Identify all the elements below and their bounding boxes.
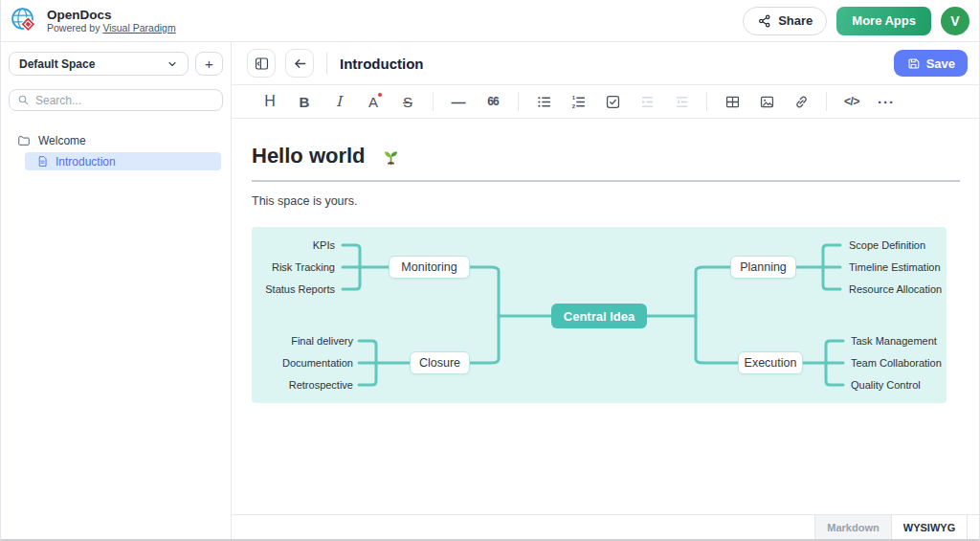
save-button[interactable]: Save	[894, 50, 968, 77]
outdent-icon	[674, 94, 690, 110]
mindmap-leaf: Scope Definition	[849, 237, 925, 253]
document-icon	[36, 155, 49, 168]
panel-left-icon	[254, 56, 270, 72]
add-space-button[interactable]: +	[195, 52, 223, 76]
toolbar-separator	[706, 92, 707, 111]
main-panel: Introduction Save H B I A S —	[232, 42, 979, 539]
outdent-button[interactable]	[669, 90, 694, 113]
titlebar-divider	[326, 53, 327, 74]
mindmap-diagram: KPIs Risk Tracking Status Reports Final …	[252, 227, 947, 403]
page-tree: Welcome Introduction	[9, 130, 223, 170]
visual-paradigm-link[interactable]: Visual Paradigm	[102, 22, 175, 34]
folder-icon	[17, 134, 31, 147]
image-icon	[759, 94, 775, 110]
toolbar-separator	[518, 92, 519, 111]
indent-icon	[639, 94, 656, 110]
formatting-toolbar: H B I A S — 66 1 2	[232, 85, 979, 119]
save-icon	[906, 56, 921, 71]
blockquote-button[interactable]: 66	[480, 90, 505, 113]
document-title: Introduction	[340, 56, 423, 72]
visual-paradigm-logo-icon	[11, 7, 39, 35]
search-icon	[17, 94, 30, 106]
mindmap-leaf: Retrospective	[289, 377, 353, 393]
insert-image-button[interactable]	[754, 90, 779, 113]
mindmap-leaf: Quality Control	[851, 377, 921, 393]
editor-content[interactable]: Hello world 🌱 This space is yours.	[232, 119, 979, 514]
mindmap-leaf: Final delivery	[291, 333, 353, 349]
tab-wysiwyg[interactable]: WYSIWYG	[891, 515, 968, 539]
back-button[interactable]	[285, 49, 314, 78]
text-color-glyph: A	[368, 94, 378, 110]
mindmap-leaf: Documentation	[282, 355, 353, 371]
more-tools-button[interactable]: ···	[874, 90, 899, 113]
editor-footer: Markdown WYSIWYG	[232, 514, 979, 539]
svg-text:1: 1	[571, 95, 575, 101]
toolbar-separator	[826, 92, 827, 111]
horizontal-rule-button[interactable]: —	[446, 90, 471, 113]
mindmap-node-execution: Execution	[738, 351, 803, 374]
code-block-button[interactable]: </>	[839, 90, 864, 113]
more-apps-button[interactable]: More Apps	[836, 7, 931, 35]
search-input[interactable]	[35, 94, 214, 107]
mindmap-node-central-idea: Central Idea	[551, 304, 647, 328]
intro-paragraph: This space is yours.	[252, 194, 960, 209]
toggle-sidebar-button[interactable]	[247, 49, 276, 78]
mindmap-leaf: Resource Allocation	[849, 282, 942, 297]
share-button[interactable]: Share	[743, 7, 827, 35]
mindmap-node-monitoring: Monitoring	[389, 256, 470, 279]
sidebar: Default Space + W	[1, 42, 232, 539]
strikethrough-button[interactable]: S	[395, 90, 420, 113]
indent-button[interactable]	[635, 90, 659, 113]
app-title: OpenDocs	[47, 8, 176, 22]
share-label: Share	[778, 13, 813, 28]
share-icon	[757, 13, 772, 29]
mindmap-leaf: Timeline Estimation	[849, 259, 941, 275]
svg-text:2: 2	[571, 102, 575, 108]
numbered-list-icon: 1 2	[570, 94, 587, 110]
insert-table-button[interactable]	[720, 90, 745, 113]
space-selector-value: Default Space	[19, 57, 167, 71]
tree-folder-welcome[interactable]: Welcome	[9, 130, 223, 150]
tab-markdown[interactable]: Markdown	[814, 515, 891, 539]
app-window: OpenDocs Powered by Visual Paradigm Shar…	[0, 0, 980, 541]
tree-page-introduction-selected[interactable]: Introduction	[25, 152, 221, 170]
insert-link-button[interactable]	[789, 90, 813, 113]
arrow-left-icon	[292, 56, 308, 72]
brand-block: OpenDocs Powered by Visual Paradigm	[47, 8, 176, 34]
mindmap-node-closure: Closure	[410, 351, 470, 374]
color-dot	[378, 93, 382, 97]
document-titlebar: Introduction Save	[232, 42, 979, 85]
mindmap-leaf: Team Collaboration	[851, 355, 942, 371]
heading-divider	[252, 180, 960, 182]
page-heading: Hello world	[252, 142, 366, 170]
seedling-emoji	[381, 147, 401, 167]
save-label: Save	[926, 56, 955, 71]
toolbar-separator	[433, 92, 434, 111]
bullet-list-button[interactable]	[531, 90, 556, 113]
mindmap-leaf: Status Reports	[265, 282, 335, 297]
text-color-button[interactable]: A	[361, 90, 386, 113]
powered-by: Powered by Visual Paradigm	[47, 22, 176, 34]
numbered-list-button[interactable]: 1 2	[566, 90, 590, 113]
app-header: OpenDocs Powered by Visual Paradigm Shar…	[1, 0, 979, 42]
bullet-list-icon	[536, 94, 552, 110]
search-box[interactable]	[9, 89, 223, 111]
mindmap-leaf: KPIs	[313, 237, 335, 253]
tree-page-label: Introduction	[56, 155, 116, 169]
checkbox-icon	[605, 94, 621, 110]
italic-button[interactable]: I	[326, 90, 351, 113]
task-list-button[interactable]	[600, 90, 625, 113]
tree-folder-label: Welcome	[38, 134, 86, 147]
space-selector-dropdown[interactable]: Default Space	[9, 52, 189, 76]
link-icon	[793, 94, 810, 110]
mindmap-leaf: Task Management	[851, 333, 937, 349]
mindmap-node-planning: Planning	[730, 256, 796, 279]
bold-button[interactable]: B	[292, 90, 317, 113]
heading-button[interactable]: H	[257, 90, 282, 113]
table-icon	[724, 94, 741, 110]
avatar[interactable]: V	[941, 7, 969, 35]
chevron-down-icon	[167, 58, 178, 70]
mindmap-leaf: Risk Tracking	[272, 259, 335, 275]
powered-by-prefix: Powered by	[47, 22, 102, 34]
